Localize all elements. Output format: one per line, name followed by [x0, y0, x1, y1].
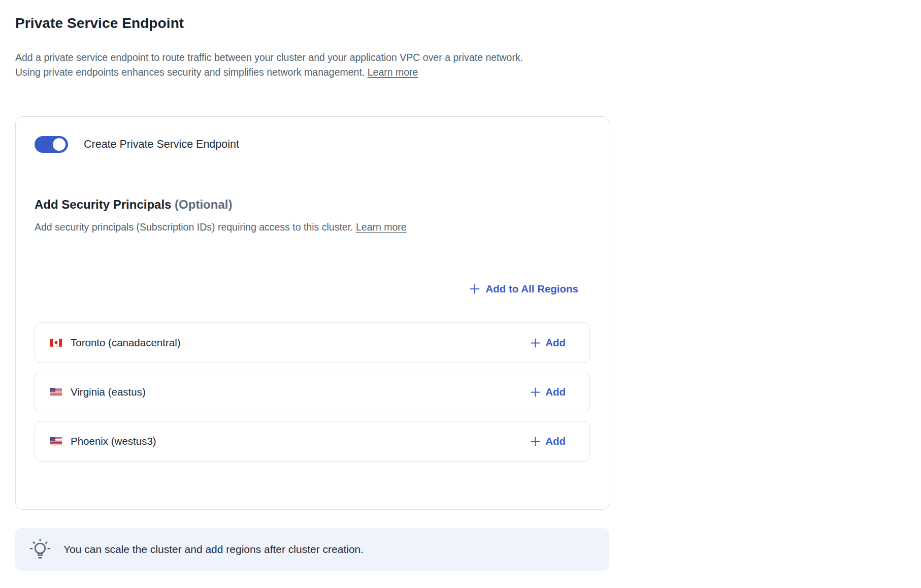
- region-row-virginia: Virginia (eastus) Add: [35, 372, 590, 412]
- security-principals-description-text: Add security principals (Subscription ID…: [35, 221, 353, 233]
- add-region-button-virginia[interactable]: Add: [531, 386, 566, 398]
- region-name: Phoenix (westus3): [71, 435, 531, 447]
- security-principals-heading: Add Security Principals (Optional): [35, 198, 590, 212]
- add-region-button-toronto[interactable]: Add: [531, 337, 566, 349]
- create-endpoint-toggle[interactable]: [35, 136, 68, 153]
- region-name: Toronto (canadacentral): [71, 337, 531, 349]
- plus-icon: [531, 387, 540, 397]
- us-flag-icon: [50, 437, 62, 445]
- plus-icon: [470, 284, 480, 294]
- create-endpoint-toggle-label: Create Private Service Endpoint: [84, 138, 239, 151]
- private-endpoint-settings-page: Private Service Endpoint Add a private s…: [0, 0, 921, 588]
- optional-label: (Optional): [175, 198, 232, 211]
- add-region-button-phoenix[interactable]: Add: [531, 435, 566, 447]
- plus-icon: [531, 437, 540, 446]
- add-to-all-regions-button[interactable]: Add to All Regions: [470, 283, 578, 295]
- add-all-regions-row: Add to All Regions: [35, 283, 590, 295]
- region-name: Virginia (eastus): [71, 386, 531, 398]
- private-endpoint-card: Create Private Service Endpoint Add Secu…: [15, 116, 609, 510]
- add-region-label: Add: [545, 337, 566, 349]
- security-principals-heading-text: Add Security Principals: [35, 198, 171, 211]
- toggle-knob: [53, 138, 65, 151]
- security-principals-learn-more-link[interactable]: Learn more: [356, 221, 407, 233]
- create-endpoint-toggle-row: Create Private Service Endpoint: [35, 136, 590, 153]
- region-row-phoenix: Phoenix (westus3) Add: [35, 421, 590, 462]
- security-principals-description: Add security principals (Subscription ID…: [35, 220, 590, 234]
- tip-text: You can scale the cluster and add region…: [63, 543, 364, 556]
- add-to-all-regions-label: Add to All Regions: [485, 283, 578, 295]
- canada-flag-icon: [50, 339, 62, 347]
- add-region-label: Add: [545, 386, 566, 398]
- region-list: Toronto (canadacentral) Add: [35, 322, 590, 462]
- learn-more-link[interactable]: Learn more: [368, 67, 418, 78]
- add-region-label: Add: [545, 435, 566, 447]
- page-description-text: Add a private service endpoint to route …: [15, 52, 523, 78]
- page-title: Private Service Endpoint: [15, 15, 609, 31]
- lightbulb-icon: [27, 537, 53, 562]
- us-flag-icon: [50, 388, 62, 396]
- page-description: Add a private service endpoint to route …: [15, 50, 533, 80]
- region-row-toronto: Toronto (canadacentral) Add: [35, 322, 590, 363]
- plus-icon: [531, 338, 540, 348]
- tip-banner: You can scale the cluster and add region…: [15, 528, 609, 571]
